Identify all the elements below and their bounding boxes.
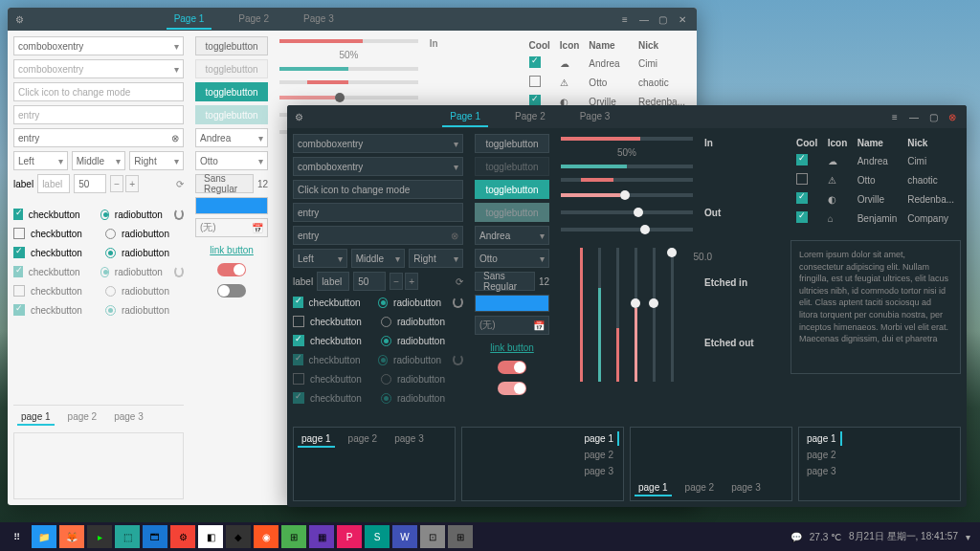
radio[interactable] xyxy=(100,209,109,220)
app-icon[interactable]: ◉ xyxy=(254,525,278,548)
app-icon[interactable]: ▦ xyxy=(309,525,334,548)
table-row[interactable]: ⚠Ottochaotic xyxy=(525,74,689,91)
entry-ph[interactable]: entry xyxy=(13,105,184,124)
spin-ph[interactable]: label xyxy=(37,174,70,193)
app-icon[interactable]: ⚙ xyxy=(170,525,195,548)
togglebutton-on[interactable]: togglebutton xyxy=(195,82,268,101)
files-icon[interactable]: 📁 xyxy=(32,525,56,548)
close-icon[interactable]: ⊗ xyxy=(946,110,959,123)
app-icon[interactable]: 🗔 xyxy=(143,525,167,548)
combo-middle[interactable]: Middle xyxy=(72,151,126,170)
combo-right[interactable]: Right xyxy=(409,249,463,268)
checkbox[interactable] xyxy=(13,209,23,220)
mode-entry[interactable]: Click icon to change mode xyxy=(293,180,463,199)
ptab2[interactable]: page 2 xyxy=(64,409,101,426)
togglebutton-on-dis: togglebutton xyxy=(475,203,549,222)
app-icon: ⚙ xyxy=(15,14,24,25)
date-button[interactable]: (无)📅 xyxy=(475,316,549,335)
app-icon[interactable]: S xyxy=(365,525,390,548)
app-icon[interactable]: ◆ xyxy=(226,525,251,548)
titlebar[interactable]: ⚙ Page 1 Page 2 Page 3 ≡ — ▢ ⊗ xyxy=(287,105,967,128)
radio[interactable] xyxy=(105,229,116,239)
date-status: 8月21日 星期一, 18:41:57 xyxy=(849,530,958,543)
tab-page2[interactable]: Page 2 xyxy=(231,10,277,30)
combo-andrea[interactable]: Andrea xyxy=(195,128,268,147)
close-icon[interactable]: ✕ xyxy=(676,12,689,26)
app-icon[interactable]: W xyxy=(392,525,417,548)
ptab3[interactable]: page 3 xyxy=(110,409,147,426)
tab-page3[interactable]: Page 3 xyxy=(572,107,618,127)
hamburger-icon[interactable]: ≡ xyxy=(618,12,632,26)
radio[interactable] xyxy=(105,248,116,258)
togglebutton[interactable]: togglebutton xyxy=(475,134,549,153)
apps-icon[interactable]: ⠿ xyxy=(4,525,29,548)
refresh-icon[interactable]: ⟳ xyxy=(176,179,184,189)
widget-factory-dark: ⚙ Page 1 Page 2 Page 3 ≡ — ▢ ⊗ comboboxe… xyxy=(287,105,967,507)
app-icon[interactable]: ⊞ xyxy=(448,525,473,548)
chat-icon[interactable]: 💬 xyxy=(791,532,802,542)
app-icon[interactable]: ⊡ xyxy=(420,525,445,548)
togglebutton[interactable]: togglebutton xyxy=(195,36,268,55)
togglebutton-on[interactable]: togglebutton xyxy=(475,180,549,199)
clear-icon[interactable]: ⊗ xyxy=(451,231,458,241)
combo-left[interactable]: Left xyxy=(13,151,68,170)
titlebar[interactable]: ⚙ Page 1 Page 2 Page 3 ≡ — ▢ ✕ xyxy=(8,8,697,31)
spin-ph[interactable]: label xyxy=(317,272,349,291)
comboboxentry-ph[interactable]: comboboxentry xyxy=(13,59,184,78)
spin-plus[interactable]: + xyxy=(125,175,139,192)
minimize-icon[interactable]: — xyxy=(907,110,921,123)
tab-page1[interactable]: Page 1 xyxy=(167,10,212,30)
maximize-icon[interactable]: ▢ xyxy=(657,12,670,26)
terminal-icon[interactable]: ▸ xyxy=(87,525,112,548)
combo-otto: Otto xyxy=(195,151,268,170)
table-row[interactable]: ☁AndreaCimi xyxy=(525,55,689,72)
spin-val[interactable]: 50 xyxy=(74,174,106,193)
clear-icon[interactable]: ⊗ xyxy=(171,133,179,143)
combo-andrea[interactable]: Andrea xyxy=(475,226,549,245)
taskbar: ⠿ 📁 🦊 ▸ ⬚ 🗔 ⚙ ◧ ◆ ◉ ⊞ ▦ P S W ⊡ ⊞ 💬 27.3… xyxy=(0,522,980,551)
switch-on[interactable] xyxy=(498,361,526,374)
spin-minus[interactable]: − xyxy=(110,175,123,192)
app-icon[interactable]: ⊞ xyxy=(281,525,306,548)
mode-entry[interactable]: Click icon to change mode xyxy=(13,82,184,101)
entry[interactable]: entry⊗ xyxy=(293,226,463,245)
app-icon[interactable]: P xyxy=(337,525,362,548)
hamburger-icon[interactable]: ≡ xyxy=(888,110,902,123)
comboboxentry[interactable]: comboboxentry xyxy=(13,36,184,55)
tab-page1[interactable]: Page 1 xyxy=(442,107,488,127)
entry-ph[interactable]: entry xyxy=(293,203,463,222)
comboboxentry[interactable]: comboboxentry xyxy=(293,134,463,153)
font-button[interactable]: Sans Regular xyxy=(195,174,254,193)
link-button[interactable]: link button xyxy=(490,342,534,353)
combo-middle[interactable]: Middle xyxy=(351,249,406,268)
switch-on[interactable] xyxy=(217,263,246,276)
color-button[interactable] xyxy=(195,197,268,214)
tab-page3[interactable]: Page 3 xyxy=(296,10,342,30)
refresh-icon[interactable]: ⟳ xyxy=(456,276,463,287)
switch-off[interactable] xyxy=(217,284,246,298)
spinner-icon xyxy=(174,266,184,277)
app-icon[interactable]: ⬚ xyxy=(115,525,140,548)
ptab1[interactable]: page 1 xyxy=(17,409,55,426)
app-icon[interactable]: ◧ xyxy=(198,525,223,548)
font-button[interactable]: Sans Regular xyxy=(475,272,535,291)
tray-icon[interactable]: ▾ xyxy=(966,532,970,542)
color-button[interactable] xyxy=(475,295,549,312)
comboboxentry-ph[interactable]: comboboxentry xyxy=(293,157,463,176)
switch-on2[interactable] xyxy=(498,382,526,395)
tab-page2[interactable]: Page 2 xyxy=(507,107,553,127)
combo-right[interactable]: Right xyxy=(129,151,184,170)
checkbox[interactable] xyxy=(13,228,25,239)
link-button[interactable]: link button xyxy=(210,245,254,255)
date-button[interactable]: (无)📅 xyxy=(195,218,268,237)
spin-val[interactable]: 50 xyxy=(353,272,386,291)
combo-left[interactable]: Left xyxy=(293,249,347,268)
maximize-icon[interactable]: ▢ xyxy=(926,110,940,123)
entry[interactable]: entry⊗ xyxy=(13,128,184,147)
spin-minus[interactable]: − xyxy=(390,273,403,290)
spin-plus[interactable]: + xyxy=(405,273,418,290)
slider[interactable] xyxy=(279,96,418,99)
minimize-icon[interactable]: — xyxy=(637,12,651,26)
checkbox[interactable] xyxy=(13,247,25,258)
firefox-icon[interactable]: 🦊 xyxy=(59,525,84,548)
